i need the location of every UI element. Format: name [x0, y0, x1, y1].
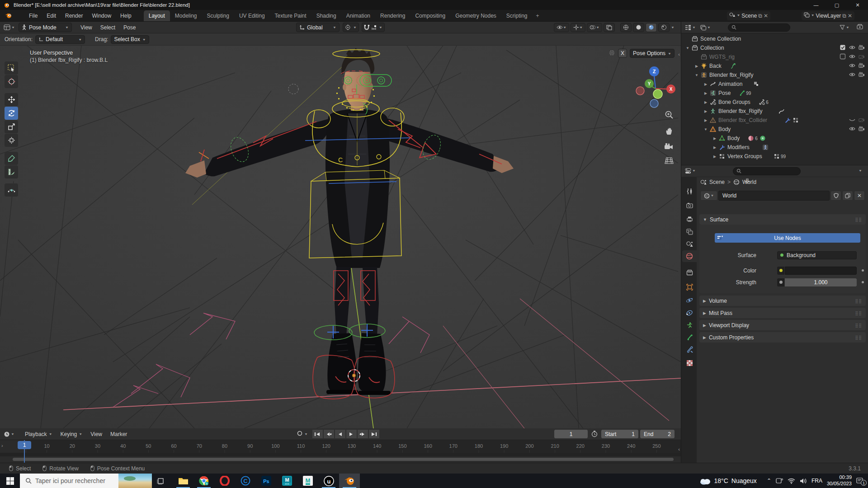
hand-icon[interactable] [665, 127, 674, 137]
world-name-field[interactable]: World [718, 191, 830, 201]
select-box-tool[interactable] [5, 61, 18, 75]
previous-keyframe-button[interactable] [324, 430, 334, 438]
unlink-world-button[interactable]: ✕ [854, 191, 865, 201]
start-button[interactable] [0, 474, 20, 488]
outliner-item-label[interactable]: Body [727, 135, 740, 141]
shading-wireframe-button[interactable] [620, 23, 632, 32]
timeline-track[interactable] [0, 453, 681, 456]
properties-editor[interactable]: ▼ ▼ Scene > World ▼ [681, 165, 868, 463]
world-browse-button[interactable]: ▼ [700, 191, 717, 201]
outliner-row-blender-fbx-rigify[interactable]: ▼Blender fbx_Rigify [681, 70, 868, 80]
measure-tool[interactable] [5, 165, 18, 178]
taskbar-app-c-app[interactable]: C [235, 474, 256, 488]
fake-user-button[interactable] [830, 191, 841, 201]
workspace-tab-uv-editing[interactable]: UV Editing [234, 10, 270, 21]
shading-rendered-button[interactable] [658, 23, 670, 32]
expander-icon[interactable]: ▶ [712, 145, 717, 150]
outliner-editor[interactable]: ▼ ▼ ▼ Scene Collection▼CollectionWGTS_ri… [681, 22, 868, 165]
timeline-editor[interactable]: ▼ Playback▼Keying▼ViewMarker ▼ 1 Start1 … [0, 428, 681, 463]
strength-keyframe-dot[interactable] [862, 281, 864, 283]
output-tab[interactable] [682, 213, 697, 225]
timeline-collapse-arrow[interactable]: ‹ [678, 446, 680, 452]
breadcrumb-scene[interactable]: Scene [709, 179, 725, 185]
shading-dropdown[interactable]: ▼ [671, 26, 675, 29]
grid-toggle-icon[interactable] [665, 157, 674, 165]
scrollbar-handle[interactable] [13, 458, 674, 461]
transform-orientation-dropdown[interactable]: Global ▼ [296, 23, 340, 32]
strength-slider[interactable]: 1.000 [777, 278, 857, 286]
outliner-row-blender-fbx-rigify[interactable]: ▶Blender fbx_Rigify [681, 107, 868, 116]
object-tab[interactable] [682, 281, 697, 293]
expander-icon[interactable]: ▶ [703, 118, 708, 122]
outliner-item-label[interactable]: Bone Groups [718, 99, 750, 105]
outliner-row-blender-fbx-collider[interactable]: ▶Blender fbx_Collider [681, 116, 868, 125]
language-indicator[interactable]: FRA [811, 478, 822, 484]
pin-icon[interactable] [745, 178, 750, 186]
play-reverse-button[interactable] [335, 430, 345, 438]
camera-toggle[interactable] [859, 44, 865, 52]
rotate-tool[interactable] [5, 107, 18, 120]
camera-toggle[interactable] [859, 126, 865, 133]
taskbar-app-maya-2[interactable]: M [297, 474, 318, 488]
panel-custom-properties[interactable]: ▶Custom Properties⣿⣿ [699, 332, 866, 343]
viewport-menu-select[interactable]: Select [96, 24, 119, 31]
taskbar-app-opera[interactable] [214, 474, 235, 488]
viewport-menu-view[interactable]: View [76, 24, 96, 31]
outliner-item-label[interactable]: Back [709, 63, 722, 69]
world-tab[interactable] [682, 250, 697, 262]
expander-icon[interactable]: ▶ [712, 136, 717, 141]
menu-help[interactable]: Help [116, 11, 136, 21]
pivot-point-dropdown[interactable]: ▼ [343, 23, 359, 32]
expander-icon[interactable]: ▶ [694, 64, 699, 68]
outliner-row-pose[interactable]: ▶Pose99 [681, 89, 868, 98]
menu-edit[interactable]: Edit [42, 11, 60, 21]
constraints-tab[interactable] [682, 307, 697, 319]
pose-options-dropdown[interactable]: Pose Options▼ [630, 49, 675, 58]
current-frame-badge[interactable]: 1 [18, 441, 31, 449]
expander-icon[interactable]: ▶ [703, 109, 708, 113]
expander-icon[interactable]: ▶ [703, 100, 708, 104]
properties-tab-strip[interactable] [681, 177, 697, 463]
outliner-row-back[interactable]: ▶Back [681, 61, 868, 70]
notification-center-icon[interactable]: 1 [856, 477, 864, 484]
outliner-tree[interactable]: Scene Collection▼CollectionWGTS_rig▶Back… [681, 33, 868, 165]
volume-icon[interactable] [800, 478, 807, 484]
blender-menu-icon[interactable] [5, 13, 12, 19]
scene-selector[interactable]: ▼ Scene ⧉ ✕ [727, 11, 770, 20]
window-titlebar[interactable]: Blender* [E:\sell model archive\Man\19\r… [0, 0, 868, 10]
shading-solid-button[interactable] [633, 23, 644, 32]
auto-key-record-button[interactable] [296, 430, 303, 438]
outliner-item-label[interactable]: Collection [700, 45, 724, 51]
outliner-row-animation[interactable]: ▶Animation [681, 80, 868, 89]
eye-toggle[interactable] [849, 53, 855, 61]
annotate-tool[interactable] [5, 152, 18, 165]
windows-taskbar[interactable]: Taper ici pour rechercher hCPsMAYAMu 18°… [0, 474, 868, 488]
surface-panel-header[interactable]: ▼ Surface ⣿⣿ [699, 214, 866, 225]
outliner-item-label[interactable]: Scene Collection [700, 36, 741, 42]
zoom-icon[interactable] [665, 110, 674, 121]
outliner-item-label[interactable]: Animation [718, 81, 742, 87]
outliner-row-scene-collection[interactable]: Scene Collection [681, 34, 868, 43]
start-frame-field[interactable]: Start1 [601, 430, 638, 438]
play-button[interactable] [346, 430, 357, 438]
data-tab[interactable] [682, 319, 697, 331]
auto-keyframe-icon[interactable] [591, 431, 598, 437]
taskbar-app-chrome[interactable]: h [193, 474, 214, 488]
next-keyframe-button[interactable] [358, 430, 368, 438]
outliner-row-modifiers[interactable]: ▶Modifiers [681, 143, 868, 152]
outliner-row-collection[interactable]: ▼Collection [681, 43, 868, 52]
wifi-icon[interactable] [788, 478, 795, 484]
outliner-item-label[interactable]: Blender fbx_Collider [718, 117, 767, 123]
search-daily-image[interactable] [118, 474, 152, 488]
workspace-tab-texture-paint[interactable]: Texture Paint [270, 10, 311, 21]
eye-toggle[interactable] [849, 44, 855, 52]
expander-icon[interactable]: ▶ [703, 91, 708, 95]
xray-toggle[interactable] [604, 23, 615, 32]
end-frame-field[interactable]: End2 [640, 430, 675, 438]
unlink-scene-icon[interactable]: ✕ [764, 13, 768, 19]
expander-icon[interactable]: ▼ [694, 73, 699, 77]
menu-render[interactable]: Render [61, 11, 87, 21]
timeline-menu-keying[interactable]: Keying▼ [57, 431, 87, 437]
clock-widget[interactable]: 00:39 30/05/2023 [827, 474, 852, 487]
bone-constraint-tab[interactable] [682, 343, 697, 355]
